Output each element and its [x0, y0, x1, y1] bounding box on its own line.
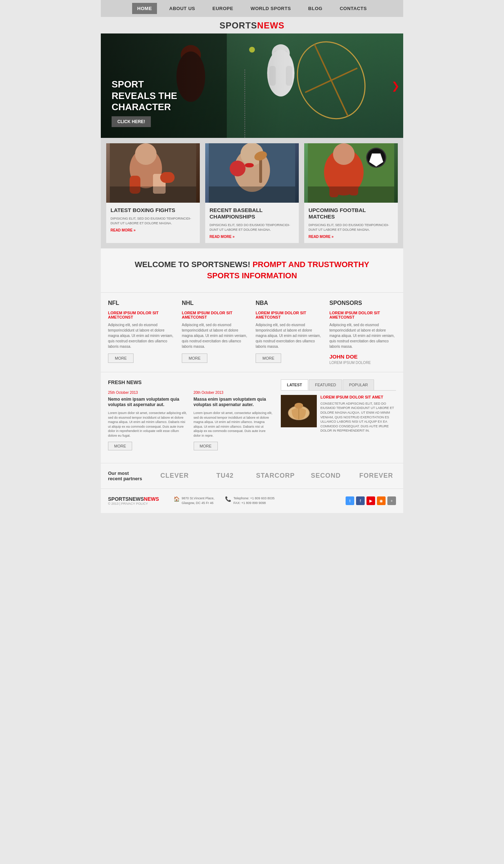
- card-football-image: [304, 143, 398, 203]
- tab-article-title: LOREM IPSUM DOLOR SIT AMET: [320, 395, 396, 399]
- nav-world-sports[interactable]: WORLD SPORTS: [246, 3, 296, 14]
- nav-about[interactable]: ABOUT US: [164, 3, 200, 14]
- social-twitter-icon[interactable]: t: [346, 496, 354, 505]
- nav-contacts[interactable]: CONTACTS: [335, 3, 372, 14]
- svg-point-35: [333, 143, 355, 165]
- hero-banner: SPORTREVEALS THECHARACTER CLICK HERE! ❯: [101, 33, 403, 138]
- social-rss-icon[interactable]: ◉: [377, 496, 386, 505]
- col-nba-subtitle: LOREM IPSUM DOLOR SIT AMETCONST: [256, 311, 322, 319]
- col-nhl: NHL LOREM IPSUM DOLOR SIT AMETCONST Adip…: [182, 300, 248, 365]
- hero-tagline: SPORTREVEALS THECHARACTER: [112, 79, 177, 113]
- news-section: FRESH NEWS 25th October 2013 Nemo enim i…: [101, 372, 403, 463]
- card-baseball-image: [205, 143, 299, 203]
- card-football-desc: DIPISICING ELIT, SED DO EIUSMOD TEMPORIN…: [309, 223, 393, 232]
- news-body-2: Lorem ipsum dolor sit amet, consectetur …: [194, 411, 274, 438]
- hero-next-arrow[interactable]: ❯: [391, 80, 400, 92]
- social-facebook-icon[interactable]: f: [356, 496, 365, 505]
- svg-rect-23: [160, 172, 175, 183]
- hero-cta-button[interactable]: CLICK HERE!: [112, 116, 151, 127]
- svg-rect-29: [259, 158, 262, 183]
- welcome-text-red1: PROMPT AND TRUSTWORTHY: [250, 260, 369, 269]
- news-more-button-1[interactable]: MORE: [108, 442, 132, 450]
- footer-logo: SPORTSNEWSNEWS: [108, 496, 159, 502]
- card-boxing-title: LATEST BOXING FIGHTS: [111, 207, 195, 213]
- nav-blog[interactable]: BLOG: [303, 3, 328, 14]
- card-baseball-desc: DIPISICING ELIT, SED DO EIUSMOD TEMPORIN…: [210, 223, 294, 232]
- svg-rect-41: [308, 186, 394, 203]
- col-nhl-text: Adipiscing elit, sed do eiusmod temporin…: [182, 322, 248, 349]
- tab-article-text: CONSECTETUR ADIPISCING ELIT, SED DO EIUS…: [320, 401, 396, 433]
- sponsor-name: JOHN DOE: [329, 354, 396, 360]
- sponsor-sub: LOREM IPSUM DOLORE: [329, 361, 396, 365]
- footer-address-line1: 9870 St.Vincent Place,: [182, 496, 215, 501]
- col-nfl-text: Adipiscing elit, sed do eiusmod temporin…: [108, 322, 175, 349]
- card-boxing: LATEST BOXING FIGHTS DIPISICING ELIT, SE…: [106, 143, 200, 243]
- footer-logo-area: SPORTSNEWSNEWS © 2013 | PRIVACY POLICY: [108, 496, 159, 505]
- welcome-text-black: WELCOME TO SPORTSNEWS!: [135, 260, 250, 269]
- welcome-section: WELCOME TO SPORTSNEWS! PROMPT AND TRUSTW…: [101, 248, 403, 292]
- news-items-list: 25th October 2013 Nemo enim ipsam volupt…: [108, 391, 274, 450]
- tab-article-image: [281, 395, 317, 427]
- tabs-panel: LATEST FEATURED POPULAR LOREM IPSUM DOLO…: [281, 379, 396, 456]
- col-nfl-more-button[interactable]: MORE: [108, 354, 134, 363]
- welcome-text-red2: SPORTS INFORMATION: [207, 271, 297, 280]
- card-boxing-image: [106, 143, 200, 203]
- card-boxing-desc: DIPISICING ELIT, SED DO EIUSMOD TEMPORIN…: [111, 216, 195, 225]
- svg-rect-28: [245, 163, 254, 167]
- col-nba-text: Adipiscing elit, sed do eiusmod temporin…: [256, 322, 322, 349]
- svg-point-31: [230, 161, 246, 176]
- partner-clever: CLEVER: [155, 472, 194, 480]
- site-logo: SPORTSNEWS: [101, 17, 403, 33]
- news-body-1: Lorem ipsum dolor sit amet, consectetur …: [108, 411, 188, 438]
- footer-telephone: Telephone: +1 809 603 8035: [233, 496, 274, 501]
- col-nfl-subtitle: LOREM IPSUM DOLOR SIT AMETCONST: [108, 311, 175, 319]
- card-baseball-title: RECENT BASEBALL CHAMPIONSHIPS: [210, 207, 294, 220]
- tab-popular[interactable]: POPULAR: [343, 379, 374, 390]
- card-football-title: UPCOMING FOOTBAL MATCHES: [309, 207, 393, 220]
- partner-starcorp: STARCORP: [256, 472, 295, 480]
- partner-forever: FOREVER: [356, 472, 396, 480]
- news-headline-1: Nemo enim ipsam voluptatem quia voluptas…: [108, 397, 188, 408]
- col-nba: NBA LOREM IPSUM DOLOR SIT AMETCONST Adip…: [256, 300, 322, 365]
- tab-content: LOREM IPSUM DOLOR SIT AMET CONSECTETUR A…: [281, 395, 396, 433]
- news-date-1: 25th October 2013: [108, 391, 188, 395]
- svg-rect-32: [209, 186, 295, 203]
- tab-article-body: LOREM IPSUM DOLOR SIT AMET CONSECTETUR A…: [320, 395, 396, 433]
- svg-point-20: [135, 143, 157, 165]
- partners-label: Our most recent partners: [108, 471, 144, 481]
- card-baseball: RECENT BASEBALL CHAMPIONSHIPS DIPISICING…: [205, 143, 299, 243]
- svg-point-46: [294, 403, 303, 409]
- sport-cards: LATEST BOXING FIGHTS DIPISICING ELIT, SE…: [101, 138, 403, 248]
- col-nfl: NFL LOREM IPSUM DOLOR SIT AMETCONST Adip…: [108, 300, 175, 365]
- card-football-read-more[interactable]: READ MORE »: [309, 235, 393, 239]
- svg-rect-24: [110, 186, 196, 203]
- col-nfl-title: NFL: [108, 300, 175, 306]
- col-sponsors-title: SPONSORS: [329, 300, 396, 306]
- news-more-button-2[interactable]: MORE: [194, 442, 218, 450]
- nav-home[interactable]: HOME: [132, 3, 157, 14]
- tab-featured[interactable]: FEATURED: [309, 379, 342, 390]
- partner-tu42: TU42: [205, 472, 245, 480]
- footer-social-links: t f ▶ ◉ +: [346, 496, 396, 505]
- card-boxing-read-more[interactable]: READ MORE »: [111, 228, 195, 232]
- columns-section: NFL LOREM IPSUM DOLOR SIT AMETCONST Adip…: [101, 292, 403, 372]
- phone-icon: 📞: [225, 496, 231, 502]
- footer-copyright: © 2013 | PRIVACY POLICY: [108, 502, 159, 505]
- card-baseball-read-more[interactable]: READ MORE »: [210, 235, 294, 239]
- col-nba-more-button[interactable]: MORE: [256, 354, 281, 363]
- nav-europe[interactable]: EUROPE: [207, 3, 238, 14]
- footer-address: 🏠 9870 St.Vincent Place, Glasgow, DC 45 …: [174, 496, 215, 506]
- card-football: UPCOMING FOOTBAL MATCHES DIPISICING ELIT…: [304, 143, 398, 243]
- fresh-news-panel: FRESH NEWS 25th October 2013 Nemo enim i…: [108, 379, 274, 456]
- footer-address-line2: Glasgow, DC 45 Fr 46: [182, 501, 215, 506]
- social-plus-icon[interactable]: +: [387, 496, 396, 505]
- news-item-1: 25th October 2013 Nemo enim ipsam volupt…: [108, 391, 188, 450]
- partners-section: Our most recent partners CLEVER TU42 STA…: [101, 463, 403, 489]
- social-youtube-icon[interactable]: ▶: [366, 496, 375, 505]
- partner-second: SECOND: [306, 472, 346, 480]
- col-nhl-subtitle: LOREM IPSUM DOLOR SIT AMETCONST: [182, 311, 248, 319]
- col-nhl-title: NHL: [182, 300, 248, 306]
- home-icon: 🏠: [174, 496, 180, 502]
- tab-latest[interactable]: LATEST: [281, 379, 308, 390]
- col-nhl-more-button[interactable]: MORE: [182, 354, 207, 363]
